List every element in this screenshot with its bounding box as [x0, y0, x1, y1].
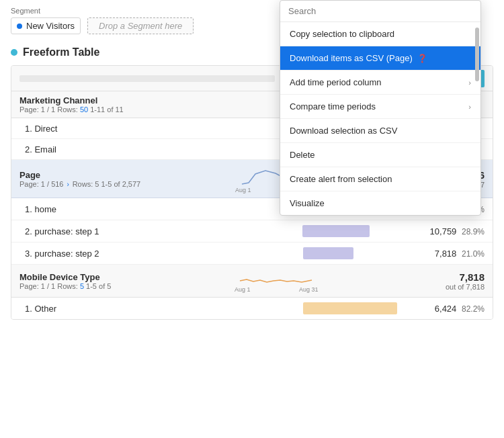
mobile-chart-area: Aug 1 Aug 31	[111, 269, 446, 293]
mobile-row-1-num: 6,424	[435, 304, 457, 314]
ps-page-label: Page:	[19, 180, 39, 188]
mobile-row-1-label: 1. Other	[25, 304, 303, 314]
segment-drop-label: Drop a Segment here	[99, 21, 182, 31]
page-row-3-pct: 21.0%	[462, 249, 485, 259]
mobile-out-of: out of 7,818	[446, 283, 485, 291]
help-icon-1: ❓	[415, 54, 427, 63]
dropdown-item-label-0: Copy selection to clipboard	[290, 29, 394, 39]
dropdown-scrollbar[interactable]	[475, 28, 479, 81]
dropdown-item-4[interactable]: Download selection as CSV	[280, 119, 480, 143]
dropdown-item-label-3: Compare time periods	[290, 101, 376, 112]
dropdown-item-6[interactable]: Create alert from selection	[280, 167, 480, 191]
mobile-row-1-values: 6,424 82.2%	[431, 304, 485, 314]
mobile-sparkline: Aug 1 Aug 31	[235, 269, 322, 293]
page-row-3-bar-wrapper	[303, 247, 424, 259]
dropdown-item-5[interactable]: Delete	[280, 143, 480, 167]
ps-chevron: ›	[67, 181, 71, 188]
ps-rows-count[interactable]: 5	[95, 180, 99, 188]
col-header-bar	[19, 75, 275, 82]
segment-dot	[17, 24, 22, 29]
dropdown-item-2[interactable]: Add time period column›	[280, 71, 480, 95]
page-row-3-values: 7,818 21.0%	[431, 249, 485, 259]
mobile-total: 7,818	[446, 271, 485, 283]
page-section-title: Page	[19, 170, 140, 180]
page-row-2-values: 10,759 28.9%	[430, 226, 485, 236]
mc-rows-range: 1-11 of 11	[90, 105, 124, 114]
dropdown-item-label-5: Delete	[290, 150, 315, 160]
mobile-row-1: 1. Other 6,424 82.2%	[11, 298, 493, 319]
freeform-title: Freeform Table	[23, 46, 99, 58]
ms-rows-range: 1-5 of 5	[86, 282, 111, 290]
mobile-row-1-pct: 82.2%	[462, 304, 485, 314]
dropdown-search-area	[280, 1, 480, 22]
svg-text:Aug 1: Aug 1	[235, 187, 251, 193]
page-row-2-bar	[302, 225, 370, 237]
context-menu-dropdown: Copy selection to clipboardDownload item…	[280, 0, 481, 216]
mobile-section-left: Mobile Device Type Page: 1 / 1 Rows: 5 1…	[19, 272, 111, 290]
page-row-2-pct: 28.9%	[462, 227, 485, 236]
page-row-2-label: 2. purchase: step 1	[25, 226, 302, 236]
mobile-row-1-bar	[303, 302, 397, 314]
segment-tag[interactable]: New Visitors	[11, 17, 81, 34]
segment-name: New Visitors	[26, 21, 75, 31]
dropdown-item-label-6: Create alert from selection	[290, 174, 392, 184]
page-row-2-bar-wrapper	[302, 225, 423, 237]
ps-rows-label: Rows:	[73, 180, 93, 188]
dropdown-item-7[interactable]: Visualize	[280, 191, 480, 215]
chevron-icon-2: ›	[468, 79, 471, 87]
segment-drop-zone[interactable]: Drop a Segment here	[87, 17, 194, 34]
ms-page-meta: Page: 1 / 1 Rows:	[19, 282, 78, 290]
ps-rows-range: 1-5 of 2,577	[101, 180, 140, 188]
mobile-section-header: Mobile Device Type Page: 1 / 1 Rows: 5 1…	[11, 265, 493, 298]
page-row-2-num: 10,759	[430, 226, 457, 236]
page-row-3-label: 3. purchase: step 2	[25, 249, 303, 259]
freeform-dot	[11, 49, 17, 56]
page-row-3: 3. purchase: step 2 7,818 21.0%	[11, 243, 493, 265]
dropdown-item-1[interactable]: Download items as CSV (Page) ❓	[280, 46, 480, 71]
svg-text:Aug 31: Aug 31	[299, 286, 319, 293]
page-section-left: Page Page: 1 / 516 › Rows: 5 1-5 of 2,57…	[19, 170, 140, 188]
page-row-3-num: 7,818	[435, 249, 457, 259]
dropdown-search-input[interactable]	[288, 6, 472, 16]
mobile-row-1-bar-wrapper	[303, 302, 424, 314]
page-row-2: 2. purchase: step 1 10,759 28.9%	[11, 220, 493, 243]
mc-rows-count[interactable]: 50	[80, 105, 88, 114]
mobile-section-meta: Page: 1 / 1 Rows: 5 1-5 of 5	[19, 282, 111, 290]
dropdown-item-label-2: Add time period column	[290, 77, 382, 87]
ms-rows-count[interactable]: 5	[80, 282, 84, 290]
dropdown-item-label-7: Visualize	[290, 198, 325, 208]
page-row-1-label: 1. home	[25, 204, 302, 214]
svg-text:Aug 1: Aug 1	[235, 286, 251, 293]
dropdown-item-label-1: Download items as CSV (Page) ❓	[290, 53, 427, 63]
page-row-3-bar	[303, 247, 353, 259]
ps-page-total: 516	[51, 180, 63, 188]
dropdown-item-3[interactable]: Compare time periods›	[280, 95, 480, 119]
dropdown-item-label-4: Download selection as CSV	[290, 126, 397, 136]
mc-page-meta: Page: 1 / 1 Rows:	[19, 105, 78, 114]
page-section-meta: Page: 1 / 516 › Rows: 5 1-5 of 2,577	[19, 180, 140, 188]
mobile-section-right: 7,818 out of 7,818	[446, 271, 485, 291]
dropdown-items-container: Copy selection to clipboardDownload item…	[280, 22, 480, 215]
dropdown-item-0[interactable]: Copy selection to clipboard	[280, 22, 480, 46]
chevron-icon-3: ›	[468, 103, 471, 111]
mobile-section-title: Mobile Device Type	[19, 272, 111, 282]
ps-page-num[interactable]: 1	[41, 180, 45, 188]
